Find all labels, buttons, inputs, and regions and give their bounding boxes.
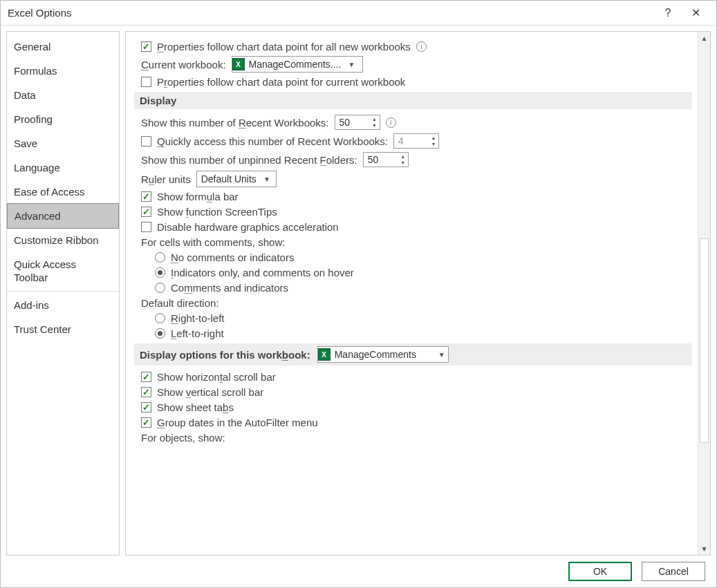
label-hscroll: Show horizontal scroll bar <box>157 371 276 383</box>
row-formula-bar: Show formula bar <box>141 191 692 202</box>
label-rtl: Right-to-left <box>171 312 225 324</box>
dialog-footer: OK Cancel <box>1 556 716 587</box>
checkbox-props-all-new[interactable] <box>141 41 151 52</box>
row-objects-header: For objects, show: <box>141 432 692 444</box>
combo-ruler-units[interactable]: Default Units ▼ <box>196 171 277 187</box>
row-props-all-new: Properties follow chart data point for a… <box>141 41 692 53</box>
sidebar-item-quick-access-toolbar[interactable]: Quick Access Toolbar <box>7 252 119 290</box>
cancel-button[interactable]: Cancel <box>642 562 705 581</box>
spin-down-icon[interactable]: ▼ <box>370 122 380 129</box>
scroll-down-icon[interactable]: ▼ <box>698 542 710 555</box>
label-group-dates: Group dates in the AutoFilter menu <box>157 417 318 428</box>
spinner-quick-access: 4 ▲▼ <box>393 133 439 149</box>
row-recent-workbooks: Show this number of Recent Workbooks: 50… <box>141 115 692 130</box>
scrollbar-track[interactable] <box>698 44 710 542</box>
label-props-all-new: Properties follow chart data point for a… <box>157 41 411 53</box>
spin-up-icon: ▲ <box>429 135 438 141</box>
excel-options-dialog: Excel Options ? ✕ General Formulas Data … <box>0 0 717 588</box>
checkbox-hscroll[interactable] <box>141 372 151 382</box>
row-comments-header: For cells with comments, show: <box>141 236 692 248</box>
row-indicators-only: Indicators only, and comments on hover <box>155 267 692 278</box>
label-indicators-only: Indicators only, and comments on hover <box>171 267 354 278</box>
content-scroll-area: Properties follow chart data point for a… <box>126 32 698 555</box>
label-quick-access: Quickly access this number of Recent Wor… <box>157 135 388 147</box>
row-ltr: Left-to-right <box>155 328 692 339</box>
info-icon[interactable]: i <box>386 117 396 128</box>
checkbox-hw-accel[interactable] <box>141 222 151 232</box>
sidebar-item-ease-of-access[interactable]: Ease of Access <box>7 180 119 204</box>
sidebar-item-trust-center[interactable]: Trust Center <box>7 317 119 341</box>
label-tabs: Show sheet tabs <box>157 401 234 413</box>
chevron-down-icon: ▼ <box>436 351 448 359</box>
excel-file-icon: X <box>318 348 330 361</box>
checkbox-tabs[interactable] <box>141 402 151 412</box>
radio-rtl[interactable] <box>155 313 165 323</box>
sidebar-item-customize-ribbon[interactable]: Customize Ribbon <box>7 228 119 252</box>
combo-display-workbook[interactable]: X ManageComments ▼ <box>317 346 449 363</box>
category-sidebar: General Formulas Data Proofing Save Lang… <box>6 31 120 556</box>
checkbox-group-dates[interactable] <box>141 417 151 428</box>
sidebar-item-proofing[interactable]: Proofing <box>7 107 119 131</box>
spin-up-icon[interactable]: ▲ <box>398 153 408 160</box>
row-props-current: Properties follow chart data point for c… <box>141 76 692 88</box>
row-hscroll: Show horizontal scroll bar <box>141 371 692 383</box>
section-display: Display <box>134 92 692 109</box>
checkbox-props-current[interactable] <box>141 77 151 87</box>
close-button[interactable]: ✕ <box>682 2 709 24</box>
row-ruler-units: Ruler units Default Units ▼ <box>141 171 692 187</box>
info-icon[interactable]: i <box>416 41 427 52</box>
checkbox-quick-access[interactable] <box>141 136 151 146</box>
dialog-body: General Formulas Data Proofing Save Lang… <box>1 26 716 556</box>
label-objects-header: For objects, show: <box>141 432 225 444</box>
checkbox-screentips[interactable] <box>141 207 151 217</box>
vertical-scrollbar[interactable]: ▲ ▼ <box>698 32 710 555</box>
radio-comments-indicators[interactable] <box>155 283 165 293</box>
label-recent-folders: Show this number of unpinned Recent Fold… <box>141 154 357 166</box>
spin-down-icon[interactable]: ▼ <box>398 160 408 166</box>
spinner-recent-folders[interactable]: 50 ▲▼ <box>363 152 409 167</box>
row-no-comments: No comments or indicators <box>155 252 692 263</box>
spin-down-icon: ▼ <box>429 141 438 147</box>
row-current-workbook: Current workbook: X ManageComments.... ▼ <box>141 56 692 73</box>
spinner-recent-workbooks[interactable]: 50 ▲▼ <box>335 115 380 130</box>
label-formula-bar: Show formula bar <box>157 191 239 202</box>
row-quick-access: Quickly access this number of Recent Wor… <box>141 133 692 149</box>
sidebar-item-advanced[interactable]: Advanced <box>7 203 119 229</box>
scrollbar-thumb[interactable] <box>700 238 709 443</box>
sidebar-item-save[interactable]: Save <box>7 131 119 155</box>
sidebar-item-data[interactable]: Data <box>7 83 119 107</box>
label-ltr: Left-to-right <box>171 328 224 339</box>
sidebar-separator <box>7 291 119 292</box>
window-title: Excel Options <box>8 7 654 19</box>
row-hw-accel: Disable hardware graphics acceleration <box>141 221 692 233</box>
scroll-up-icon[interactable]: ▲ <box>698 32 710 44</box>
label-hw-accel: Disable hardware graphics acceleration <box>157 221 339 233</box>
sidebar-item-general[interactable]: General <box>7 35 119 59</box>
label-vscroll: Show vertical scroll bar <box>157 386 263 398</box>
row-group-dates: Group dates in the AutoFilter menu <box>141 417 692 428</box>
label-direction-header: Default direction: <box>141 297 219 309</box>
spin-up-icon[interactable]: ▲ <box>370 116 380 122</box>
row-rtl: Right-to-left <box>155 312 692 324</box>
radio-no-comments[interactable] <box>155 252 165 263</box>
label-props-current: Properties follow chart data point for c… <box>157 76 405 88</box>
chevron-down-icon: ▼ <box>345 61 357 68</box>
sidebar-item-language[interactable]: Language <box>7 155 119 180</box>
help-button[interactable]: ? <box>654 2 682 24</box>
combo-current-workbook[interactable]: X ManageComments.... ▼ <box>232 56 363 73</box>
ok-button[interactable]: OK <box>568 562 632 581</box>
label-screentips: Show function ScreenTips <box>157 206 277 218</box>
label-recent-workbooks: Show this number of Recent Workbooks: <box>141 117 329 129</box>
row-tabs: Show sheet tabs <box>141 401 692 413</box>
radio-ltr[interactable] <box>155 328 165 339</box>
label-comments-indicators: Comments and indicators <box>171 282 288 294</box>
checkbox-vscroll[interactable] <box>141 387 151 397</box>
sidebar-item-formulas[interactable]: Formulas <box>7 59 119 83</box>
content-pane: Properties follow chart data point for a… <box>125 31 711 556</box>
radio-indicators-only[interactable] <box>155 267 165 278</box>
row-vscroll: Show vertical scroll bar <box>141 386 692 398</box>
label-display-workbook: Display options for this workbook: <box>140 349 310 361</box>
row-recent-folders: Show this number of unpinned Recent Fold… <box>141 152 692 167</box>
checkbox-formula-bar[interactable] <box>141 191 151 202</box>
sidebar-item-add-ins[interactable]: Add-ins <box>7 293 119 317</box>
